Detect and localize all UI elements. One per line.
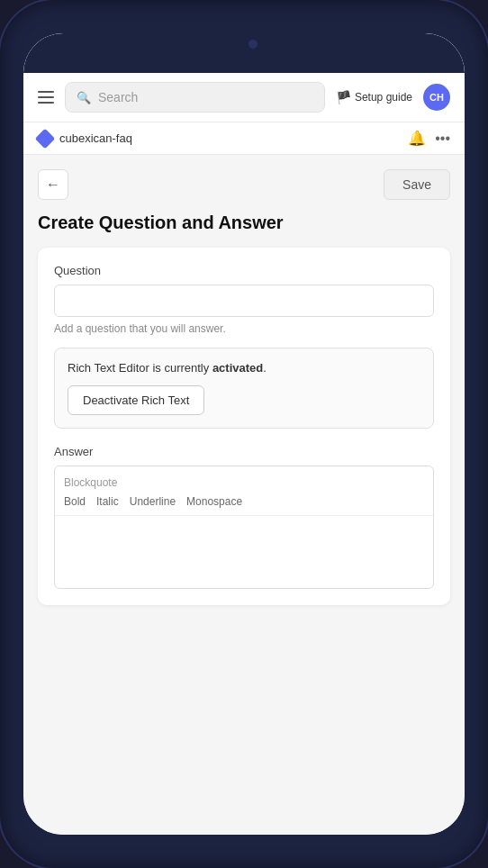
page-title: Create Question and Answer bbox=[38, 212, 450, 233]
screen-content: 🔍 Search 🏴 Setup guide CH cubexican-faq … bbox=[23, 73, 465, 835]
back-button[interactable]: ← bbox=[38, 169, 68, 200]
rich-text-notice-text: Rich Text Editor is currently activated. bbox=[68, 361, 420, 375]
notch bbox=[190, 33, 298, 55]
back-arrow-icon: ← bbox=[46, 176, 60, 193]
rich-text-notice: Rich Text Editor is currently activated.… bbox=[54, 348, 434, 429]
editor-body[interactable] bbox=[55, 516, 433, 588]
form-card: Question Add a question that you will an… bbox=[38, 248, 450, 605]
setup-guide-button[interactable]: 🏴 Setup guide bbox=[336, 90, 412, 104]
header: 🔍 Search 🏴 Setup guide CH bbox=[23, 73, 465, 122]
deactivate-rich-text-button[interactable]: Deactivate Rich Text bbox=[68, 385, 204, 415]
phone-screen: 🔍 Search 🏴 Setup guide CH cubexican-faq … bbox=[23, 33, 465, 835]
setup-guide-label: Setup guide bbox=[355, 91, 412, 104]
answer-section: Answer Blockquote Bold bbox=[54, 445, 434, 589]
main-content: ← Save Create Question and Answer Questi… bbox=[23, 155, 465, 835]
save-label: Save bbox=[402, 177, 431, 192]
tab-name: cubexican-faq bbox=[59, 131, 401, 145]
avatar[interactable]: CH bbox=[423, 84, 450, 111]
blockquote-label: Blockquote bbox=[64, 476, 117, 489]
page-toolbar: ← Save bbox=[38, 169, 450, 200]
question-hint: Add a question that you will answer. bbox=[54, 322, 434, 335]
question-label: Question bbox=[54, 264, 434, 277]
rich-text-period: . bbox=[263, 361, 267, 375]
monospace-button[interactable]: Monospace bbox=[186, 495, 242, 508]
notch-area bbox=[23, 33, 465, 73]
rich-text-status: activated bbox=[212, 361, 263, 375]
save-button[interactable]: Save bbox=[384, 169, 450, 200]
bold-button[interactable]: Bold bbox=[64, 495, 86, 508]
answer-editor: Blockquote Bold Italic bbox=[54, 466, 434, 589]
rich-text-notice-prefix: Rich Text Editor is currently bbox=[68, 361, 212, 375]
search-icon: 🔍 bbox=[77, 91, 91, 104]
deactivate-btn-label: Deactivate Rich Text bbox=[83, 393, 189, 407]
avatar-initials: CH bbox=[429, 92, 444, 103]
underline-button[interactable]: Underline bbox=[130, 495, 176, 508]
search-placeholder-text: Search bbox=[98, 90, 138, 104]
flag-icon: 🏴 bbox=[336, 90, 351, 104]
hamburger-menu-button[interactable] bbox=[38, 91, 54, 104]
underline-label: Underline bbox=[130, 495, 176, 508]
tab-diamond-icon bbox=[35, 128, 56, 149]
phone-frame: 🔍 Search 🏴 Setup guide CH cubexican-faq … bbox=[0, 0, 488, 868]
toolbar-row-formatting: Bold Italic Underline Mono bbox=[64, 495, 424, 508]
bell-icon[interactable]: 🔔 bbox=[408, 130, 426, 147]
more-options-icon[interactable]: ••• bbox=[435, 131, 450, 147]
bold-label: Bold bbox=[64, 495, 86, 508]
notch-camera bbox=[249, 40, 258, 49]
search-bar[interactable]: 🔍 Search bbox=[65, 82, 325, 113]
italic-label: Italic bbox=[96, 495, 119, 508]
monospace-label: Monospace bbox=[186, 495, 242, 508]
question-input[interactable] bbox=[54, 285, 434, 317]
answer-label: Answer bbox=[54, 445, 434, 458]
tab-bar: cubexican-faq 🔔 ••• bbox=[23, 122, 465, 155]
toolbar-row-blockquote: Blockquote bbox=[64, 474, 424, 490]
italic-button[interactable]: Italic bbox=[96, 495, 119, 508]
editor-toolbar: Blockquote Bold Italic bbox=[55, 466, 433, 516]
tab-actions: 🔔 ••• bbox=[408, 130, 450, 147]
